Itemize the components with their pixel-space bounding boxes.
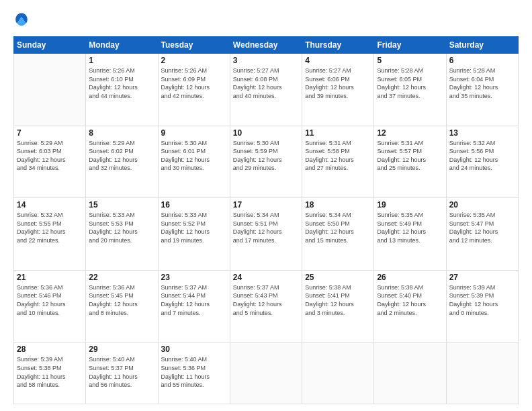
day-number: 25 bbox=[305, 273, 371, 282]
day-info: Sunrise: 5:29 AM Sunset: 6:03 PM Dayligh… bbox=[17, 139, 83, 173]
calendar-cell: 7Sunrise: 5:29 AM Sunset: 6:03 PM Daylig… bbox=[14, 126, 86, 198]
day-info: Sunrise: 5:34 AM Sunset: 5:51 PM Dayligh… bbox=[233, 211, 299, 244]
calendar-cell: 23Sunrise: 5:37 AM Sunset: 5:44 PM Dayli… bbox=[158, 270, 230, 342]
calendar: SundayMondayTuesdayWednesdayThursdayFrid… bbox=[13, 36, 519, 404]
day-number: 23 bbox=[161, 273, 227, 282]
calendar-cell: 4Sunrise: 5:27 AM Sunset: 6:06 PM Daylig… bbox=[302, 54, 374, 126]
day-number: 28 bbox=[17, 345, 83, 354]
calendar-cell: 2Sunrise: 5:26 AM Sunset: 6:09 PM Daylig… bbox=[158, 54, 230, 126]
day-number: 8 bbox=[89, 128, 154, 138]
day-number: 10 bbox=[233, 128, 299, 138]
header bbox=[13, 12, 519, 30]
day-number: 26 bbox=[377, 273, 443, 282]
calendar-cell: 18Sunrise: 5:34 AM Sunset: 5:50 PM Dayli… bbox=[302, 198, 374, 271]
day-header-friday: Friday bbox=[374, 37, 446, 54]
calendar-cell: 22Sunrise: 5:36 AM Sunset: 5:45 PM Dayli… bbox=[86, 270, 158, 342]
day-number: 22 bbox=[89, 273, 154, 282]
day-info: Sunrise: 5:34 AM Sunset: 5:50 PM Dayligh… bbox=[305, 211, 371, 244]
day-info: Sunrise: 5:30 AM Sunset: 5:59 PM Dayligh… bbox=[233, 139, 299, 173]
calendar-cell: 14Sunrise: 5:32 AM Sunset: 5:55 PM Dayli… bbox=[14, 198, 86, 271]
day-info: Sunrise: 5:37 AM Sunset: 5:44 PM Dayligh… bbox=[161, 283, 227, 317]
day-info: Sunrise: 5:27 AM Sunset: 6:06 PM Dayligh… bbox=[305, 66, 371, 100]
week-row-1: 1Sunrise: 5:26 AM Sunset: 6:10 PM Daylig… bbox=[14, 54, 519, 126]
calendar-cell: 1Sunrise: 5:26 AM Sunset: 6:10 PM Daylig… bbox=[86, 54, 158, 126]
day-header-saturday: Saturday bbox=[446, 37, 518, 54]
day-info: Sunrise: 5:40 AM Sunset: 5:36 PM Dayligh… bbox=[161, 355, 227, 389]
day-info: Sunrise: 5:33 AM Sunset: 5:53 PM Dayligh… bbox=[89, 211, 154, 244]
day-number: 4 bbox=[305, 56, 371, 65]
day-info: Sunrise: 5:39 AM Sunset: 5:39 PM Dayligh… bbox=[449, 283, 515, 317]
day-info: Sunrise: 5:38 AM Sunset: 5:40 PM Dayligh… bbox=[377, 283, 443, 317]
day-info: Sunrise: 5:26 AM Sunset: 6:09 PM Dayligh… bbox=[161, 66, 227, 100]
day-number: 12 bbox=[377, 128, 443, 138]
calendar-cell: 19Sunrise: 5:35 AM Sunset: 5:49 PM Dayli… bbox=[374, 198, 446, 271]
day-number: 13 bbox=[449, 128, 515, 138]
day-info: Sunrise: 5:28 AM Sunset: 6:04 PM Dayligh… bbox=[449, 66, 515, 100]
day-header-thursday: Thursday bbox=[302, 37, 374, 54]
calendar-cell: 6Sunrise: 5:28 AM Sunset: 6:04 PM Daylig… bbox=[446, 54, 518, 126]
day-number: 14 bbox=[17, 200, 83, 210]
calendar-cell: 9Sunrise: 5:30 AM Sunset: 6:01 PM Daylig… bbox=[158, 126, 230, 198]
calendar-header-row: SundayMondayTuesdayWednesdayThursdayFrid… bbox=[14, 37, 519, 54]
calendar-cell bbox=[374, 342, 446, 404]
calendar-cell: 13Sunrise: 5:32 AM Sunset: 5:56 PM Dayli… bbox=[446, 126, 518, 198]
week-row-3: 14Sunrise: 5:32 AM Sunset: 5:55 PM Dayli… bbox=[14, 198, 519, 271]
day-number: 24 bbox=[233, 273, 299, 282]
calendar-cell: 15Sunrise: 5:33 AM Sunset: 5:53 PM Dayli… bbox=[86, 198, 158, 271]
calendar-cell: 20Sunrise: 5:35 AM Sunset: 5:47 PM Dayli… bbox=[446, 198, 518, 271]
day-info: Sunrise: 5:37 AM Sunset: 5:43 PM Dayligh… bbox=[233, 283, 299, 317]
calendar-cell: 12Sunrise: 5:31 AM Sunset: 5:57 PM Dayli… bbox=[374, 126, 446, 198]
week-row-4: 21Sunrise: 5:36 AM Sunset: 5:46 PM Dayli… bbox=[14, 270, 519, 342]
day-info: Sunrise: 5:40 AM Sunset: 5:37 PM Dayligh… bbox=[89, 355, 154, 389]
day-number: 18 bbox=[305, 200, 371, 210]
day-header-sunday: Sunday bbox=[14, 37, 86, 54]
day-number: 9 bbox=[161, 128, 227, 138]
calendar-cell: 3Sunrise: 5:27 AM Sunset: 6:08 PM Daylig… bbox=[230, 54, 302, 126]
day-info: Sunrise: 5:35 AM Sunset: 5:49 PM Dayligh… bbox=[377, 211, 443, 244]
calendar-cell: 10Sunrise: 5:30 AM Sunset: 5:59 PM Dayli… bbox=[230, 126, 302, 198]
day-info: Sunrise: 5:36 AM Sunset: 5:45 PM Dayligh… bbox=[89, 283, 154, 317]
day-number: 30 bbox=[161, 345, 227, 354]
logo bbox=[13, 12, 30, 30]
page: SundayMondayTuesdayWednesdayThursdayFrid… bbox=[0, 0, 532, 411]
calendar-cell: 26Sunrise: 5:38 AM Sunset: 5:40 PM Dayli… bbox=[374, 270, 446, 342]
day-info: Sunrise: 5:26 AM Sunset: 6:10 PM Dayligh… bbox=[89, 66, 154, 100]
day-number: 3 bbox=[233, 56, 299, 65]
calendar-cell bbox=[446, 342, 518, 404]
day-info: Sunrise: 5:31 AM Sunset: 5:58 PM Dayligh… bbox=[305, 139, 371, 173]
calendar-cell: 5Sunrise: 5:28 AM Sunset: 6:05 PM Daylig… bbox=[374, 54, 446, 126]
calendar-cell bbox=[302, 342, 374, 404]
calendar-cell: 24Sunrise: 5:37 AM Sunset: 5:43 PM Dayli… bbox=[230, 270, 302, 342]
day-info: Sunrise: 5:35 AM Sunset: 5:47 PM Dayligh… bbox=[449, 211, 515, 244]
day-header-tuesday: Tuesday bbox=[158, 37, 230, 54]
calendar-cell bbox=[230, 342, 302, 404]
calendar-cell: 27Sunrise: 5:39 AM Sunset: 5:39 PM Dayli… bbox=[446, 270, 518, 342]
calendar-cell: 25Sunrise: 5:38 AM Sunset: 5:41 PM Dayli… bbox=[302, 270, 374, 342]
calendar-cell: 16Sunrise: 5:33 AM Sunset: 5:52 PM Dayli… bbox=[158, 198, 230, 271]
day-info: Sunrise: 5:33 AM Sunset: 5:52 PM Dayligh… bbox=[161, 211, 227, 244]
day-info: Sunrise: 5:32 AM Sunset: 5:55 PM Dayligh… bbox=[17, 211, 83, 244]
day-info: Sunrise: 5:31 AM Sunset: 5:57 PM Dayligh… bbox=[377, 139, 443, 173]
day-info: Sunrise: 5:36 AM Sunset: 5:46 PM Dayligh… bbox=[17, 283, 83, 317]
day-number: 19 bbox=[377, 200, 443, 210]
day-number: 29 bbox=[89, 345, 154, 354]
logo-icon bbox=[14, 12, 29, 27]
day-number: 7 bbox=[17, 128, 83, 138]
day-info: Sunrise: 5:38 AM Sunset: 5:41 PM Dayligh… bbox=[305, 283, 371, 317]
day-number: 2 bbox=[161, 56, 227, 65]
day-info: Sunrise: 5:39 AM Sunset: 5:38 PM Dayligh… bbox=[17, 355, 83, 389]
day-number: 21 bbox=[17, 273, 83, 282]
calendar-cell bbox=[14, 54, 86, 126]
day-number: 11 bbox=[305, 128, 371, 138]
day-info: Sunrise: 5:29 AM Sunset: 6:02 PM Dayligh… bbox=[89, 139, 154, 173]
calendar-cell: 8Sunrise: 5:29 AM Sunset: 6:02 PM Daylig… bbox=[86, 126, 158, 198]
calendar-cell: 28Sunrise: 5:39 AM Sunset: 5:38 PM Dayli… bbox=[14, 342, 86, 404]
week-row-2: 7Sunrise: 5:29 AM Sunset: 6:03 PM Daylig… bbox=[14, 126, 519, 198]
calendar-cell: 29Sunrise: 5:40 AM Sunset: 5:37 PM Dayli… bbox=[86, 342, 158, 404]
day-number: 16 bbox=[161, 200, 227, 210]
day-info: Sunrise: 5:28 AM Sunset: 6:05 PM Dayligh… bbox=[377, 66, 443, 100]
day-number: 15 bbox=[89, 200, 154, 210]
calendar-cell: 30Sunrise: 5:40 AM Sunset: 5:36 PM Dayli… bbox=[158, 342, 230, 404]
day-number: 6 bbox=[449, 56, 515, 65]
day-number: 27 bbox=[449, 273, 515, 282]
